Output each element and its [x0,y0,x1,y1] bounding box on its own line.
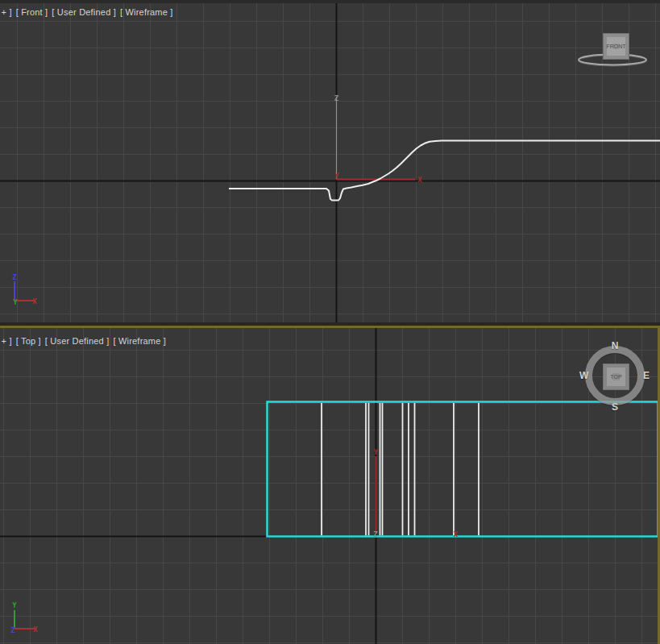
world-axis-right-label: X [33,625,38,634]
viewport-menu-pov[interactable]: [ Top ] [16,336,41,346]
tripod-y-label: Y [334,172,339,180]
viewport-top-strip [0,0,660,3]
viewport-menu-shading[interactable]: [ Wireframe ] [120,7,173,17]
viewport-menu-pov[interactable]: [ Front ] [16,7,48,17]
viewcube-compass[interactable]: N S W E TOP [582,343,648,409]
front-viewport[interactable]: ZXYZXY [ + ] [ Front ] [ User Defined ] … [0,0,660,322]
viewcube-face-label: FRONT [606,44,625,49]
world-axis-icon: YXZ [10,601,38,634]
viewcube[interactable]: FRONT [574,24,654,69]
section-lines[interactable] [322,403,479,536]
compass-north[interactable]: N [612,340,619,351]
tripod-y-label: Y [374,448,379,456]
viewport-menu-camera[interactable]: [ User Defined ] [52,7,116,17]
axis-tripod: ZXY [334,94,423,184]
tripod-z-label: Z [373,530,378,538]
front-grid [0,3,660,322]
world-axis-origin-label: Y [13,298,18,306]
selected-plan-rectangle[interactable] [268,402,658,537]
compass-west[interactable]: W [579,370,588,381]
viewport-menu-general[interactable]: [ + ] [0,7,12,17]
viewport-menu-general[interactable]: [ + ] [0,336,12,346]
top-grid [0,328,658,644]
front-world-axes [0,3,660,322]
viewcube-face[interactable]: TOP [603,364,629,390]
viewcube-face-label: TOP [610,374,621,380]
compass-south[interactable]: S [612,401,618,413]
tripod-x-label: X [417,176,422,184]
viewport-menu-camera[interactable]: [ User Defined ] [45,336,110,346]
top-viewport-canvas[interactable]: YZXYXZ [0,328,658,644]
front-viewport-canvas[interactable]: ZXYZXY [0,0,660,322]
top-world-axes [0,328,658,644]
world-axis-origin-label: Z [10,626,15,634]
front-viewport-menu: [ + ] [ Front ] [ User Defined ] [ Wiref… [0,7,173,17]
world-axis-up-label: Z [12,273,17,281]
viewport-splitter[interactable] [0,322,660,328]
profile-spline[interactable] [229,141,660,201]
tripod-x-label: X [454,530,459,538]
world-axis-right-label: X [32,297,37,305]
viewcube-face[interactable]: FRONT [603,33,629,60]
world-axis-up-label: Y [12,601,17,609]
axis-tripod: YZX [373,448,459,538]
viewport-menu-shading[interactable]: [ Wireframe ] [113,336,166,346]
compass-east[interactable]: E [643,370,650,381]
viewport-stage: ZXYZXY [ + ] [ Front ] [ User Defined ] … [0,0,660,644]
world-axis-icon: ZXY [12,273,37,306]
tripod-z-label: Z [334,94,339,102]
top-viewport-menu: [ + ] [ Top ] [ User Defined ] [ Wirefra… [0,336,166,346]
top-viewport[interactable]: YZXYXZ [ + ] [ Top ] [ User Defined ] [ … [0,328,660,644]
